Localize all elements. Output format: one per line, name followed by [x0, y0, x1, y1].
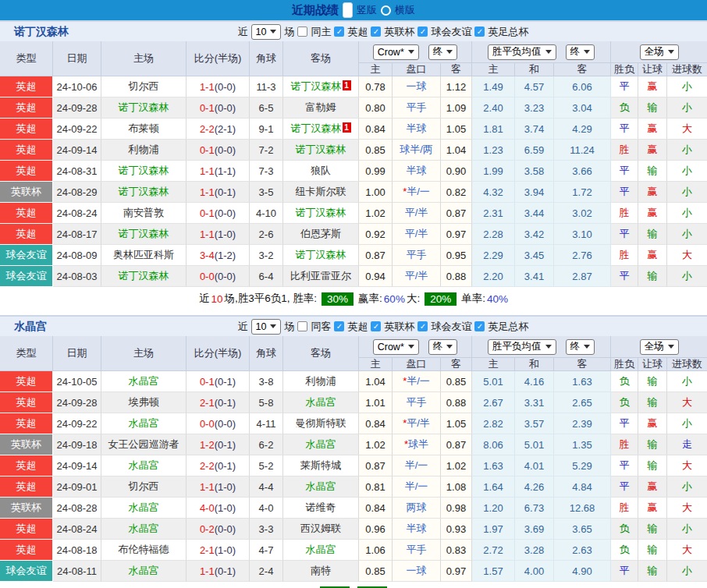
avg-draw-value: 3.58	[515, 161, 554, 182]
final-select-2[interactable]: 终	[566, 339, 595, 355]
home-team: 切尔西	[101, 476, 187, 498]
match-date: 24-08-24	[53, 203, 101, 224]
horizontal-radio[interactable]	[381, 5, 391, 16]
league-checkbox-3[interactable]: ✓	[417, 321, 428, 331]
halftime-score: (0-1)	[215, 565, 236, 577]
corner-score: 4-10	[250, 203, 283, 224]
match-type-badge: 英超	[0, 413, 53, 434]
final-select-2[interactable]: 终	[566, 44, 595, 60]
avg-away-value: 5.29	[554, 455, 611, 476]
line-text: 半球	[407, 122, 427, 134]
result-handicap: 输	[638, 161, 667, 182]
result-goals-header: 进球数	[667, 358, 707, 371]
fulltime-score: 1-1	[200, 165, 215, 177]
line-text: 平手	[407, 249, 427, 260]
avg-home-value: 2.72	[472, 540, 515, 561]
odds-away-value: 0.97	[441, 561, 472, 582]
recent-count-select[interactable]: 10	[251, 24, 282, 40]
match-score: 2-2(0-1)	[187, 455, 250, 476]
avg-home-value: 1.97	[472, 519, 515, 540]
odds-home-value: 0.94	[359, 266, 393, 287]
result-handicap: 赢	[638, 476, 667, 498]
horizontal-radio-label[interactable]: 横版	[395, 3, 415, 17]
recent-count-select[interactable]: 10	[251, 319, 282, 335]
halftime-score: (2-1)	[215, 123, 236, 135]
odds-home-value: 1.04	[359, 371, 393, 392]
result-goals: 小	[667, 413, 707, 434]
recent-label: 近	[238, 25, 248, 39]
header-row-groups: 类型日期主场比分(半场)角球客场Crow*终胜平负均值终全场	[0, 41, 707, 63]
crow-select[interactable]: Crow*	[373, 44, 419, 60]
vertical-radio-label[interactable]: 竖版	[357, 3, 377, 17]
vertical-radio[interactable]	[343, 2, 353, 18]
avg-select[interactable]: 胜平负均值	[488, 339, 556, 355]
fulltime-score: 0-0	[200, 271, 215, 282]
line-text: 平/半	[407, 417, 430, 429]
crow-select[interactable]: Crow*	[373, 339, 419, 355]
fullmatch-select-value: 全场	[645, 45, 664, 58]
avg-away-value: 3.66	[554, 161, 611, 182]
match-score: 3-4(1-2)	[187, 245, 250, 266]
result-wdl: 负	[611, 97, 638, 119]
odds-line-value: 半/一	[393, 455, 441, 476]
league-checkbox-1[interactable]: ✓	[334, 27, 344, 37]
away-team: 伯恩茅斯	[283, 224, 359, 245]
result-goals: 小	[667, 266, 707, 287]
home-team: 布伦特福德	[101, 540, 187, 561]
col-score-header: 比分(半场)	[187, 336, 250, 371]
avg-select[interactable]: 胜平负均值	[488, 44, 556, 60]
home-team: 利物浦	[101, 140, 187, 161]
final-select[interactable]: 终	[428, 44, 458, 60]
odds-away-value: 0.85	[441, 371, 472, 392]
corner-score: 4-11	[250, 413, 283, 434]
league-checkbox-2[interactable]: ✓	[371, 27, 381, 37]
match-date: 24-09-22	[53, 119, 101, 140]
result-handicap: 赢	[638, 203, 667, 224]
home-team: 诺丁汉森林	[101, 266, 187, 287]
avg-home-value: 8.06	[472, 434, 515, 455]
final-select[interactable]: 终	[428, 339, 458, 355]
away-team: 狼队	[283, 161, 359, 182]
odds-line-value: 一球	[393, 76, 441, 97]
match-date: 24-08-24	[53, 519, 101, 540]
same-venue-checkbox[interactable]	[297, 27, 307, 37]
away-team: 诺丁汉森林	[283, 140, 359, 161]
away-team: 水晶宫	[283, 476, 359, 498]
corner-score: 7-2	[250, 140, 283, 161]
win-rate-badge: 30%	[322, 292, 354, 306]
league-checkbox-4[interactable]: ✓	[474, 27, 485, 37]
league-checkbox-2[interactable]: ✓	[371, 321, 381, 331]
league-checkbox-4[interactable]: ✓	[474, 321, 485, 331]
home-team: 水晶宫	[101, 519, 187, 540]
match-score: 0-2(0-0)	[187, 519, 250, 540]
corner-score: 4-4	[250, 476, 283, 498]
matches-table: 类型日期主场比分(半场)角球客场Crow*终胜平负均值终全场主盘口客主和客胜负让…	[0, 41, 707, 287]
league-checkbox-3[interactable]: ✓	[417, 27, 428, 37]
match-score: 0-1(0-1)	[187, 371, 250, 392]
match-score: 2-1(0-1)	[187, 392, 250, 413]
fulltime-score: 0-1	[200, 376, 215, 388]
match-date: 24-08-18	[53, 540, 101, 561]
match-row: 英超24-09-14水晶宫2-2(0-1)5-2莱斯特城0.87半/一1.021…	[0, 455, 707, 476]
odds-line-value: 平手	[393, 245, 441, 266]
match-date: 24-09-01	[53, 476, 101, 498]
result-goals: 小	[667, 97, 707, 119]
same-venue-checkbox[interactable]	[297, 321, 307, 331]
result-handicap: 赢	[638, 140, 667, 161]
home-team: 诺丁汉森林	[101, 182, 187, 203]
match-type-badge: 英超	[0, 140, 53, 161]
avg-home-value: 5.01	[472, 371, 515, 392]
result-goals: 小	[667, 476, 707, 498]
fullmatch-select[interactable]: 全场	[640, 44, 679, 60]
away-team: 南特	[283, 561, 359, 582]
fullmatch-select[interactable]: 全场	[640, 339, 679, 355]
col-home-header: 主场	[101, 336, 187, 371]
result-wdl: 平	[611, 561, 638, 582]
league-checkbox-1[interactable]: ✓	[334, 321, 344, 331]
line-text: 球半	[408, 438, 428, 450]
match-date: 24-09-22	[53, 413, 101, 434]
odds-away-value: 1.09	[441, 97, 472, 119]
result-wdl-header: 胜负	[611, 63, 638, 76]
result-goals: 小	[667, 519, 707, 540]
match-date: 24-09-14	[53, 455, 101, 476]
